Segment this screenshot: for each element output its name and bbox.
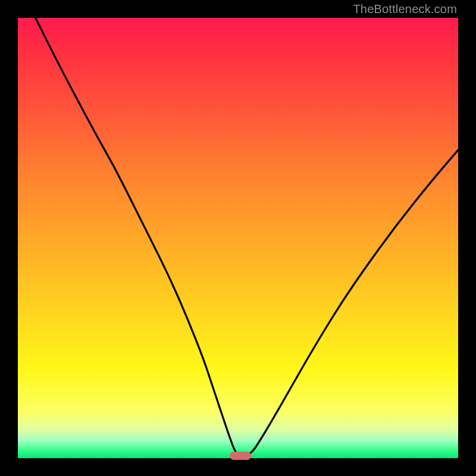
chart-frame: TheBottleneck.com (0, 0, 476, 476)
optimum-marker (230, 452, 251, 460)
curve-svg (18, 18, 458, 458)
watermark-text: TheBottleneck.com (353, 2, 457, 16)
plot-area (18, 18, 458, 458)
bottleneck-curve-path (36, 18, 458, 455)
